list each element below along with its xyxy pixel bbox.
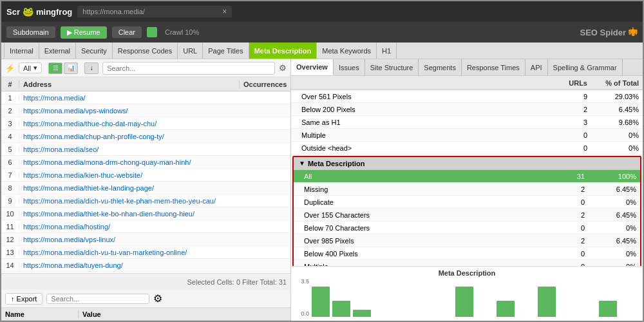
- chart-bar: [312, 287, 330, 317]
- tab-segments[interactable]: Segments: [419, 59, 462, 75]
- tab-url[interactable]: URL: [178, 43, 203, 59]
- export-button[interactable]: ↑ Export: [5, 293, 43, 305]
- chart-title: Meta Description: [296, 269, 638, 277]
- meta-desc-header[interactable]: ▼ Meta Description: [294, 157, 640, 170]
- chart-bar: [455, 287, 473, 317]
- right-row[interactable]: Below 200 Pixels 2 6.45%: [291, 103, 643, 116]
- browser-tab[interactable]: https://mona.media/ ×: [77, 6, 232, 17]
- tab-meta-description[interactable]: Meta Description: [249, 43, 317, 59]
- bottom-search-input[interactable]: [46, 294, 149, 304]
- table-row[interactable]: 12 https://mona.media/vps-linux/: [1, 233, 290, 246]
- right-panel: Overview Issues Site Structure Segments …: [291, 59, 643, 321]
- right-row[interactable]: Duplicate 0 0%: [294, 196, 640, 209]
- filter-dropdown[interactable]: All ▾: [19, 62, 42, 73]
- tab-issues[interactable]: Issues: [334, 59, 365, 75]
- table-row[interactable]: 10 https://mona.media/thiet-ke-bo-nhan-d…: [1, 207, 290, 220]
- table-row[interactable]: 7 https://mona.media/kien-thuc-website/: [1, 169, 290, 182]
- view-toggle: ☰ 📊: [48, 62, 78, 74]
- right-nav-tabs: Overview Issues Site Structure Segments …: [291, 59, 643, 76]
- settings-icon[interactable]: ⚙: [279, 63, 287, 73]
- right-row[interactable]: Below 400 Pixels 0 0%: [294, 247, 640, 260]
- expand-icon: ▼: [299, 160, 305, 167]
- y-axis-bottom: 0.0: [296, 310, 309, 317]
- right-row[interactable]: All 31 100%: [294, 170, 640, 183]
- download-button[interactable]: ↓: [84, 62, 99, 74]
- tab-overview[interactable]: Overview: [291, 59, 334, 75]
- resume-button[interactable]: ▶ Resume: [61, 26, 107, 39]
- subdomain-button[interactable]: Subdomain: [6, 26, 55, 38]
- tab-page-titles[interactable]: Page Titles: [203, 43, 249, 59]
- chart-bar: [599, 301, 617, 317]
- right-row[interactable]: Over 985 Pixels 2 6.45%: [294, 234, 640, 247]
- tab-external[interactable]: External: [39, 43, 76, 59]
- tab-close-icon[interactable]: ×: [222, 7, 227, 16]
- progress-label: Crawl 10%: [165, 28, 199, 36]
- spider-icon: 🕷: [629, 27, 638, 37]
- table-row[interactable]: 13 https://mona.media/dich-vu-tu-van-mar…: [1, 246, 290, 259]
- right-table-body: Over 561 Pixels 9 29.03% Below 200 Pixel…: [291, 90, 643, 266]
- table-row[interactable]: 5 https://mona.media/seo/: [1, 143, 290, 156]
- tab-meta-keywords[interactable]: Meta Keywords: [317, 43, 377, 59]
- frog-icon: 🐸: [23, 6, 33, 17]
- table-row[interactable]: 1 https://mona.media/: [1, 91, 290, 104]
- table-row[interactable]: 2 https://mona.media/vps-windows/: [1, 104, 290, 117]
- list-view-button[interactable]: ☰: [48, 62, 62, 74]
- col-value: Value: [79, 310, 290, 318]
- right-row[interactable]: Over 155 Characters 2 6.45%: [294, 209, 640, 222]
- col-num: #: [1, 80, 19, 88]
- chart-view-button[interactable]: 📊: [64, 62, 78, 74]
- chart-area: Meta Description 3.5 0.0: [291, 266, 643, 321]
- main-content: ⚡ All ▾ ☰ 📊 ↓ ⚙ # Address Occurr: [1, 59, 643, 321]
- seo-spider-label: SEO Spider 🕷: [580, 27, 638, 37]
- right-row[interactable]: Same as H1 3 9.68%: [291, 116, 643, 129]
- col-address: Address: [19, 80, 239, 88]
- tab-response-codes[interactable]: Response Codes: [113, 43, 178, 59]
- chevron-down-icon: ▾: [33, 64, 37, 72]
- right-content: URLs % of Total Over 561 Pixels 9 29.03%…: [291, 76, 643, 321]
- table-row[interactable]: 3 https://mona.media/thue-cho-dat-may-ch…: [1, 117, 290, 130]
- tab-response-times[interactable]: Response Times: [462, 59, 526, 75]
- app-logo: Scr 🐸 mingfrog: [6, 6, 72, 17]
- filter-icon: ⚡: [5, 64, 15, 73]
- table-row[interactable]: 6 https://mona.media/mona-drm-chong-quay…: [1, 156, 290, 169]
- table-row[interactable]: 11 https://mona.media/hosting/: [1, 220, 290, 233]
- col-name: Name: [1, 310, 79, 318]
- table-row[interactable]: 8 https://mona.media/thiet-ke-landing-pa…: [1, 182, 290, 194]
- chart-bar: [353, 310, 371, 317]
- right-col-pct: % of Total: [591, 79, 643, 87]
- clear-button[interactable]: Clear: [112, 26, 142, 38]
- right-col-urls: URLs: [553, 79, 591, 87]
- tab-site-structure[interactable]: Site Structure: [365, 59, 419, 75]
- search-input[interactable]: [102, 62, 275, 75]
- right-row[interactable]: Below 70 Characters 0 0%: [294, 222, 640, 234]
- tab-api[interactable]: API: [526, 59, 548, 75]
- tab-h1[interactable]: H1: [377, 43, 397, 59]
- right-row[interactable]: Outside <head> 0 0%: [291, 142, 643, 155]
- right-row[interactable]: Multiple 0 0%: [294, 260, 640, 266]
- meta-description-section: ▼ Meta Description All 31 100% Missing 2…: [292, 156, 641, 266]
- bottom-search-bar: ↑ Export ⚙: [1, 290, 290, 308]
- export-icons: ↓: [84, 62, 99, 74]
- left-panel: ⚡ All ▾ ☰ 📊 ↓ ⚙ # Address Occurr: [1, 59, 291, 321]
- bottom-filter-icon[interactable]: ⚙: [153, 292, 162, 305]
- meta-desc-section-title: Meta Description: [308, 160, 365, 167]
- logo-text2: mingfrog: [36, 7, 72, 17]
- seo-spider-text: SEO Spider: [580, 28, 626, 37]
- right-row[interactable]: Over 561 Pixels 9 29.03%: [291, 90, 643, 103]
- bottom-status-bar: Selected Cells: 0 Filter Total: 31: [1, 273, 290, 290]
- chart-y-axis: 3.5 0.0: [296, 278, 312, 317]
- filter-label: All: [23, 64, 31, 72]
- tab-spelling-grammar[interactable]: Spelling & Grammar: [548, 59, 623, 75]
- table-row[interactable]: 4 https://mona.media/chup-anh-profile-co…: [1, 130, 290, 143]
- table-row[interactable]: 9 https://mona.media/dich-vu-thiet-ke-ph…: [1, 194, 290, 207]
- tab-internal[interactable]: Internal: [4, 43, 39, 59]
- y-axis-top: 3.5: [296, 278, 309, 285]
- tab-security[interactable]: Security: [76, 43, 113, 59]
- right-row[interactable]: Missing 2 6.45%: [294, 183, 640, 196]
- filter-bar: ⚡ All ▾ ☰ 📊 ↓ ⚙: [1, 59, 290, 77]
- name-value-header: Name Value: [1, 308, 290, 321]
- table-header: # Address Occurrences: [1, 77, 290, 91]
- right-row[interactable]: Multiple 0 0%: [291, 129, 643, 142]
- table-row[interactable]: 14 https://mona.media/tuyen-dung/: [1, 259, 290, 272]
- right-table-header: URLs % of Total: [291, 76, 643, 90]
